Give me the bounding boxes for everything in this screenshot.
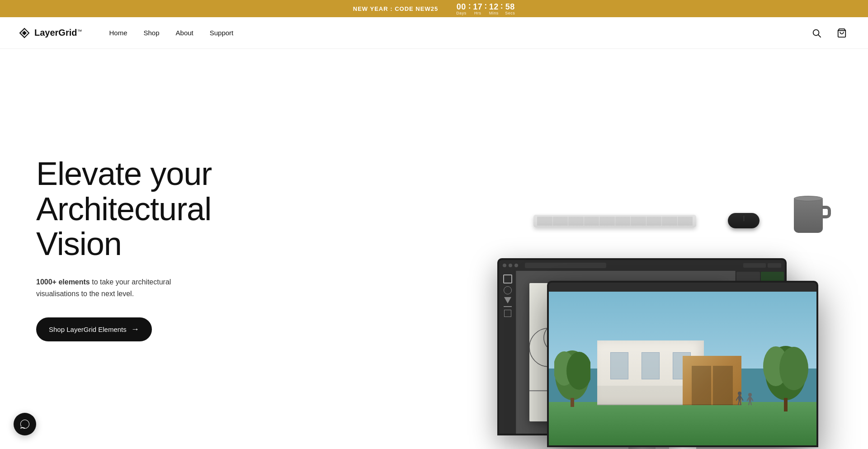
svg-line-1 bbox=[818, 35, 821, 37]
hero-section: Elevate your Architectural Vision 1000+ … bbox=[0, 49, 868, 449]
hero-content: Elevate your Architectural Vision 1000+ … bbox=[36, 156, 271, 341]
render-tree-right bbox=[763, 344, 808, 411]
ps-tool-3 bbox=[504, 297, 511, 303]
ps-title-bar bbox=[525, 263, 606, 268]
ps-ctrl-2 bbox=[768, 263, 781, 268]
nav-link-home[interactable]: Home bbox=[109, 29, 127, 37]
mouse bbox=[728, 213, 760, 228]
navbar: LayerGrid™ Home Shop About Support bbox=[0, 17, 868, 49]
svg-point-60 bbox=[748, 393, 752, 397]
countdown-mins: 12 Mins bbox=[489, 3, 499, 15]
hero-subtitle: 1000+ elements to take your architectura… bbox=[36, 276, 199, 299]
front-topbar bbox=[549, 283, 816, 292]
logo[interactable]: LayerGrid™ bbox=[18, 27, 82, 39]
svg-rect-61 bbox=[749, 397, 751, 401]
logo-icon bbox=[18, 27, 31, 39]
countdown-secs: 58 Secs bbox=[505, 3, 515, 15]
nav-item-about[interactable]: About bbox=[176, 29, 193, 37]
svg-line-57 bbox=[741, 397, 743, 401]
building-shadow bbox=[597, 404, 742, 405]
brown-windows bbox=[692, 366, 733, 405]
mug-top bbox=[794, 196, 823, 201]
nav-links: Home Shop About Support bbox=[109, 29, 233, 37]
countdown-sep-1: : bbox=[468, 2, 472, 15]
ps-ctrl-1 bbox=[743, 263, 766, 268]
svg-line-56 bbox=[736, 397, 738, 401]
svg-line-59 bbox=[740, 401, 741, 405]
svg-line-63 bbox=[751, 398, 753, 401]
ps-dot-2 bbox=[509, 264, 512, 267]
chat-icon bbox=[19, 419, 30, 430]
window-2 bbox=[642, 352, 660, 379]
svg-point-54 bbox=[738, 392, 741, 395]
hero-title: Elevate your Architectural Vision bbox=[36, 156, 271, 262]
ps-tool-1 bbox=[503, 274, 512, 284]
countdown-hrs: 17 Hrs bbox=[473, 3, 482, 15]
render-tree-left bbox=[554, 348, 590, 407]
cart-icon bbox=[837, 28, 847, 38]
svg-point-52 bbox=[779, 347, 808, 390]
cta-arrow-icon: → bbox=[131, 325, 139, 334]
search-button[interactable] bbox=[808, 25, 825, 41]
countdown-days: 00 Days bbox=[456, 3, 467, 15]
svg-line-62 bbox=[747, 398, 749, 401]
countdown-sep-3: : bbox=[500, 2, 504, 15]
countdown-sep-2: : bbox=[484, 2, 487, 15]
svg-rect-49 bbox=[571, 398, 574, 407]
svg-rect-53 bbox=[784, 398, 788, 411]
keyboard bbox=[533, 215, 696, 227]
hero-cta-button[interactable]: Shop LayerGrid Elements → bbox=[36, 317, 152, 341]
nav-left: LayerGrid™ Home Shop About Support bbox=[18, 27, 233, 39]
building-brown bbox=[683, 356, 741, 405]
brown-win-2 bbox=[713, 366, 733, 405]
search-icon bbox=[811, 28, 821, 38]
mug bbox=[794, 198, 823, 233]
promo-text: NEW YEAR : CODE NEW25 bbox=[353, 5, 438, 12]
logo-text: LayerGrid™ bbox=[34, 28, 82, 38]
window-1 bbox=[610, 352, 628, 379]
svg-line-64 bbox=[749, 401, 750, 405]
ps-tool-4 bbox=[504, 306, 512, 307]
ps-tool-2 bbox=[504, 286, 512, 294]
ps-topbar bbox=[499, 260, 785, 271]
mug-handle bbox=[822, 206, 831, 218]
brown-win-1 bbox=[692, 366, 712, 405]
ps-controls bbox=[743, 263, 781, 268]
announcement-bar: NEW YEAR : CODE NEW25 00 Days : 17 Hrs :… bbox=[0, 0, 868, 17]
nav-right bbox=[808, 25, 850, 41]
nav-link-support[interactable]: Support bbox=[210, 29, 234, 37]
chat-bubble[interactable] bbox=[14, 413, 36, 435]
front-monitor-neck bbox=[669, 447, 696, 449]
svg-line-65 bbox=[750, 401, 751, 405]
svg-line-58 bbox=[738, 401, 739, 405]
countdown: 00 Days : 17 Hrs : 12 Mins : 58 Secs bbox=[456, 2, 515, 15]
mug-body bbox=[794, 198, 823, 233]
mug-body-wrap bbox=[794, 198, 823, 233]
render-people bbox=[736, 391, 753, 405]
svg-rect-55 bbox=[738, 395, 741, 401]
nav-link-shop[interactable]: Shop bbox=[144, 29, 160, 37]
ps-dot-3 bbox=[514, 264, 518, 267]
front-monitor bbox=[547, 281, 818, 449]
ps-tools bbox=[499, 271, 516, 434]
nav-item-home[interactable]: Home bbox=[109, 29, 127, 37]
windows-row bbox=[605, 352, 695, 379]
ps-dot-1 bbox=[503, 264, 506, 267]
mouse-divider bbox=[744, 216, 744, 221]
cart-button[interactable] bbox=[834, 25, 850, 41]
front-render bbox=[549, 292, 816, 445]
nav-item-support[interactable]: Support bbox=[210, 29, 234, 37]
ps-tool-5 bbox=[504, 310, 511, 317]
nav-item-shop[interactable]: Shop bbox=[144, 29, 160, 37]
nav-link-about[interactable]: About bbox=[176, 29, 193, 37]
keyboard-keys bbox=[537, 217, 693, 226]
